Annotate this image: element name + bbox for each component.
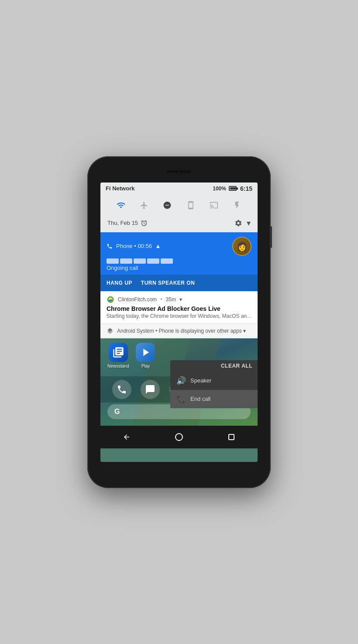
date-controls: ▾ (234, 218, 251, 228)
end-call-overlay-label: End call (190, 396, 210, 402)
chrome-notif-time: 35m (166, 296, 176, 303)
ongoing-call-label: Ongoing call (107, 265, 173, 271)
navigation-bar (100, 426, 258, 448)
speaker-button[interactable]: TURN SPEAKER ON (141, 277, 195, 289)
messages-app-tray[interactable] (141, 380, 160, 399)
side-button (270, 226, 272, 248)
home-screen: CLEAR ALL 🔊 Speaker 📞 End call (100, 338, 258, 426)
network-label: Fi Network (106, 185, 134, 192)
phone-notif-body: Ongoing call (107, 258, 251, 275)
home-circle-icon (175, 433, 183, 441)
hang-up-button[interactable]: HANG UP (107, 277, 132, 289)
date-row: Thu, Feb 15 ▾ (100, 217, 258, 232)
chrome-notification: ClintonFitch.com • 35m ▾ Chrome Browser … (100, 291, 258, 324)
recent-square-icon (228, 434, 234, 440)
dnd-toggle[interactable] (160, 198, 174, 212)
clear-all-button[interactable]: CLEAR ALL (221, 363, 252, 369)
recent-apps-button[interactable] (224, 430, 238, 444)
battery-icon (229, 186, 237, 191)
settings-icon[interactable] (234, 219, 242, 227)
newsstand-label: Newsstand (107, 364, 129, 368)
google-g-logo: G (114, 408, 120, 416)
date-alarm: Thu, Feb 15 (107, 220, 148, 227)
home-button[interactable] (172, 430, 186, 444)
flashlight-toggle[interactable] (230, 198, 244, 212)
alarm-icon (141, 220, 148, 227)
avatar-image: 👩 (233, 238, 251, 255)
phone-notification: Phone • 00:56 ▲ 👩 (100, 232, 258, 275)
call-info: Ongoing call (107, 258, 173, 271)
phone-screen: Fi Network 100% 6:15 (100, 183, 258, 462)
phone-notif-actions: HANG UP TURN SPEAKER ON (100, 275, 258, 291)
end-call-overlay-action[interactable]: 📞 End call (170, 390, 258, 408)
airplane-toggle[interactable] (137, 198, 151, 212)
chrome-expand-icon[interactable]: ▾ (179, 296, 182, 303)
date-text: Thu, Feb 15 (107, 220, 138, 226)
phone-app-tray[interactable] (112, 380, 131, 399)
wifi-toggle[interactable] (114, 198, 128, 212)
speaker-overlay-action[interactable]: 🔊 Speaker (170, 372, 258, 390)
system-expand-icon[interactable]: ▾ (243, 328, 246, 334)
layers-icon (107, 327, 114, 334)
play-label: Play (141, 364, 150, 368)
phone-app-icon (107, 243, 113, 249)
back-button[interactable] (120, 430, 134, 444)
phone-notif-title: Phone • 00:56 ▲ (116, 243, 229, 249)
chrome-notif-body: Starting today, the Chrome browser for W… (100, 313, 258, 324)
play-icon (136, 343, 155, 362)
phone-notif-header: Phone • 00:56 ▲ 👩 (107, 237, 251, 256)
newsstand-app[interactable]: Newsstand (107, 343, 129, 368)
speaker-overlay-label: Speaker (190, 377, 211, 384)
quick-settings-panel (100, 195, 258, 217)
chrome-notif-header: ClintonFitch.com • 35m ▾ (100, 291, 258, 305)
speaker-icon: 🔊 (176, 376, 186, 386)
chrome-notif-source: ClintonFitch.com (118, 296, 157, 303)
status-icons: 100% 6:15 (213, 185, 252, 192)
time-display: 6:15 (240, 185, 252, 192)
expand-chevron[interactable]: ▾ (247, 218, 251, 228)
earpiece (167, 170, 191, 173)
end-call-icon: 📞 (176, 394, 186, 404)
cast-toggle[interactable] (207, 198, 221, 212)
phone-device: Fi Network 100% 6:15 (87, 156, 271, 488)
clear-all-row: CLEAR ALL (170, 360, 258, 372)
newsstand-icon (109, 343, 128, 362)
chrome-notif-title: Chrome Browser Ad Blocker Goes Live (100, 305, 258, 313)
battery-percent: 100% (213, 186, 226, 192)
system-notification: Android System • Phone is displaying ove… (100, 324, 258, 338)
system-notif-text: Android System • Phone is displaying ove… (117, 328, 246, 334)
call-overlay-panel: CLEAR ALL 🔊 Speaker 📞 End call (170, 360, 258, 408)
phone-number-redacted (107, 258, 173, 264)
silent-toggle[interactable] (184, 198, 198, 212)
contact-avatar: 👩 (232, 237, 251, 256)
status-bar: Fi Network 100% 6:15 (100, 183, 258, 195)
play-app[interactable]: Play (136, 343, 155, 368)
clintonfitch-logo (107, 296, 114, 303)
